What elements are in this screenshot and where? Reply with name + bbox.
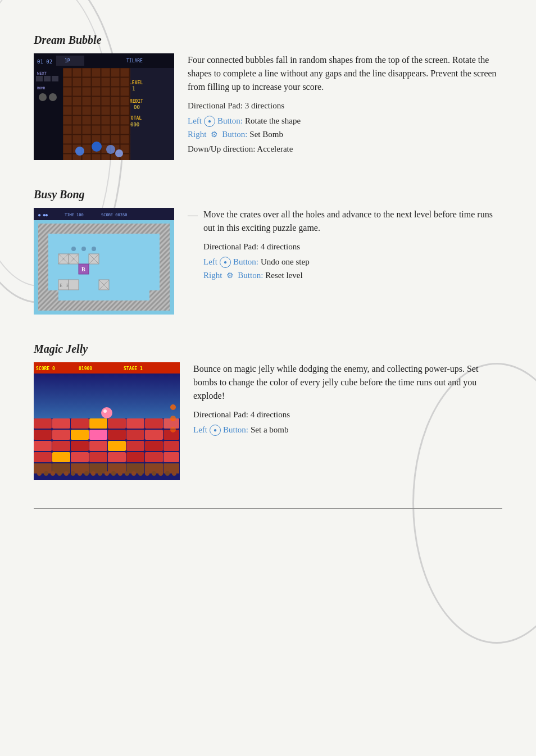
svg-point-118 [51,471,55,476]
svg-point-131 [138,471,143,476]
svg-point-113 [170,404,176,410]
svg-rect-82 [89,430,107,440]
svg-rect-79 [34,430,52,440]
svg-point-117 [44,471,48,476]
svg-rect-56 [69,280,79,290]
magic-jelly-ctrl-left: Left ● Button: Set a bomb [193,425,502,436]
svg-point-114 [170,416,176,421]
svg-rect-99 [108,452,126,462]
svg-rect-88 [52,441,70,451]
svg-rect-100 [126,452,144,462]
ctrl-action-3: Set a bomb [251,425,289,435]
svg-rect-94 [163,441,179,451]
screenshot-busy-bong: ● ●● TIME 100 SCORE 00350 [34,208,174,315]
svg-point-123 [84,471,89,476]
svg-rect-8 [36,76,43,81]
button-label-3: Button: [223,425,248,435]
game-title-busy-bong: Busy Bong [34,188,502,201]
svg-text:NEXT: NEXT [37,71,47,76]
ctrl-action-1: Rotate the shape [245,116,301,126]
svg-rect-102 [163,452,179,462]
svg-text:000: 000 [130,122,139,127]
svg-text:STAGE 1: STAGE 1 [124,366,143,371]
svg-rect-107 [108,463,126,473]
svg-point-124 [91,471,96,476]
svg-rect-97 [71,452,89,462]
busy-bong-dash: — [188,210,198,220]
svg-point-120 [64,471,69,476]
svg-point-23 [75,147,84,156]
svg-rect-75 [108,418,126,429]
right-button-icon-2: ⚙ [224,270,235,281]
magic-jelly-ctrl-dpad: Directional Pad: 4 directions [193,408,502,421]
dream-bubble-desc-text: Four connected bubbles fall in random sh… [188,53,502,94]
svg-rect-71 [34,418,52,429]
svg-text:LEVEL: LEVEL [129,80,143,85]
svg-rect-103 [34,463,52,473]
svg-point-50 [92,247,96,251]
magic-jelly-desc-text: Bounce on magic jelly while dodging the … [193,362,502,403]
svg-text:SCORE 0: SCORE 0 [36,366,55,371]
game-description-magic-jelly: Bounce on magic jelly while dodging the … [193,362,502,438]
svg-rect-63 [160,290,170,300]
svg-rect-80 [52,430,70,440]
game-description-dream-bubble: Four connected bubbles fall in random sh… [188,53,502,158]
game-title-magic-jelly: Magic Jelly [34,343,502,356]
button-label-2: Button: [233,257,258,267]
svg-rect-9 [44,76,51,81]
svg-text:00: 00 [134,104,140,110]
game-entry-busy-bong: Busy Bong ● ●● TIME 100 SCORE 00350 [34,188,502,315]
svg-point-132 [145,471,149,476]
svg-rect-91 [108,441,126,451]
svg-rect-60 [38,290,48,300]
ctrl-action-right-1: Set Bomb [249,130,283,139]
svg-point-116 [37,471,42,476]
svg-point-129 [125,471,129,476]
svg-point-48 [71,247,76,251]
svg-rect-35 [38,300,170,311]
svg-rect-87 [34,441,52,451]
svg-point-122 [78,471,82,476]
ctrl-action-right-2: Reset level [265,271,302,280]
svg-rect-95 [34,452,52,462]
ctrl-right-label-1: Right [188,130,206,139]
svg-point-134 [158,471,163,476]
svg-rect-98 [89,452,107,462]
busy-bong-ctrl-right: Right ⚙ Button: Reset level [203,270,502,281]
svg-rect-81 [71,430,89,440]
svg-point-128 [118,471,122,476]
svg-rect-90 [89,441,107,451]
svg-text:B: B [81,266,85,272]
svg-point-130 [131,471,136,476]
svg-rect-89 [71,441,89,451]
svg-rect-92 [126,441,144,451]
screenshot-dream-bubble: 01 02 1P TILARE NEXT BOMB LEVEL 1 [34,53,174,160]
dream-bubble-ctrl-dpad: Directional Pad: 3 directions [188,99,502,112]
svg-rect-10 [52,76,58,81]
svg-rect-1 [34,53,174,68]
screenshot-magic-jelly: SCORE 0 01900 STAGE 1 53 [34,362,180,480]
left-button-icon-1: ● [204,116,215,127]
svg-point-26 [115,149,123,157]
svg-point-49 [81,247,86,251]
svg-rect-62 [149,290,160,300]
svg-point-127 [111,471,116,476]
svg-point-133 [152,471,156,476]
svg-rect-65 [34,362,180,374]
button-label-right-1: Button: [222,130,247,139]
svg-text:TILARE: TILARE [126,58,143,63]
svg-point-13 [49,93,57,101]
ctrl-right-label-2: Right [203,271,222,280]
svg-rect-84 [126,430,144,440]
svg-text:E: E [60,283,62,288]
dream-bubble-ctrl-right: Right ⚙ Button: Set Bomb [188,129,502,140]
svg-rect-101 [145,452,163,462]
button-label-right-2: Button: [238,271,263,280]
left-button-icon-3: ● [210,425,221,436]
svg-point-111 [101,407,112,418]
game-body-magic-jelly: SCORE 0 01900 STAGE 1 53 [34,362,502,480]
ctrl-action-2: Undo one step [261,257,310,267]
svg-point-125 [98,471,102,476]
right-button-icon-1: ⚙ [208,129,220,140]
game-entry-dream-bubble: Dream Bubble 01 02 1P TILARE NEXT [34,34,502,160]
